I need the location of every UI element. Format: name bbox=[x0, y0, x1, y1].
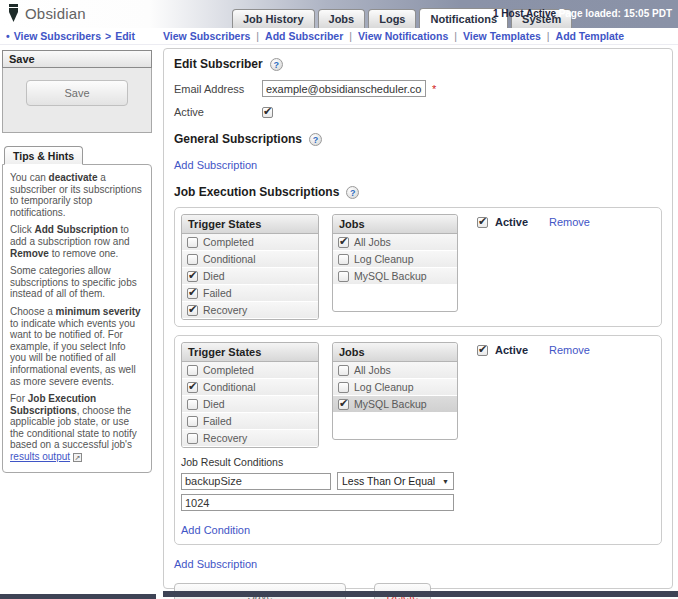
trigger-state-row[interactable]: Conditional bbox=[182, 251, 318, 268]
job-row[interactable]: All Jobs bbox=[333, 362, 457, 379]
tab-job-history[interactable]: Job History bbox=[232, 9, 315, 28]
trigger-state-row[interactable]: Died bbox=[182, 268, 318, 285]
checkbox[interactable] bbox=[187, 237, 198, 248]
logo-text: Obsidian bbox=[25, 5, 86, 22]
separator: | bbox=[547, 30, 550, 42]
job-row[interactable]: Log Cleanup bbox=[333, 251, 457, 268]
nav-row: •View Subscribers>Edit View Subscribers|… bbox=[0, 28, 678, 45]
sidebar-bottom-bar bbox=[0, 594, 156, 599]
subscription-active-checkbox[interactable] bbox=[477, 217, 488, 228]
active-row: Active bbox=[174, 106, 662, 118]
subnav-add-subscriber[interactable]: Add Subscriber bbox=[265, 30, 343, 42]
checkbox[interactable] bbox=[187, 382, 198, 393]
save-panel-title: Save bbox=[2, 50, 152, 68]
help-icon[interactable]: ? bbox=[346, 186, 359, 199]
checkbox[interactable] bbox=[187, 416, 198, 427]
job-row[interactable]: Log Cleanup bbox=[333, 379, 457, 396]
tip-paragraph: For Job Execution Subscriptions, choose … bbox=[10, 393, 144, 463]
subnav-add-template[interactable]: Add Template bbox=[556, 30, 625, 42]
row-label: Conditional bbox=[203, 381, 256, 393]
logo: Obsidian bbox=[7, 4, 86, 22]
subscription-active-label: Active bbox=[495, 344, 528, 356]
job-row[interactable]: All Jobs bbox=[333, 234, 457, 251]
trigger-state-row[interactable]: Recovery bbox=[182, 302, 318, 319]
trigger-states-header: Trigger States bbox=[182, 215, 318, 234]
breadcrumb-edit: Edit bbox=[115, 30, 135, 42]
checkbox[interactable] bbox=[187, 271, 198, 282]
subscription-box-1: Trigger States Completed Conditional Die… bbox=[174, 207, 662, 327]
breadcrumb-view-subscribers[interactable]: View Subscribers bbox=[14, 30, 101, 42]
tab-jobs[interactable]: Jobs bbox=[318, 9, 366, 28]
help-icon[interactable]: ? bbox=[270, 58, 283, 71]
condition-operator-select[interactable]: Less Than Or Equal ▼ bbox=[337, 472, 454, 490]
general-subscriptions-title-row: General Subscriptions ? bbox=[174, 132, 662, 146]
separator: | bbox=[454, 30, 457, 42]
checkbox[interactable] bbox=[187, 399, 198, 410]
job-row[interactable]: MySQL Backup bbox=[333, 396, 457, 413]
row-label: Log Cleanup bbox=[354, 253, 414, 265]
remove-subscription-link[interactable]: Remove bbox=[549, 216, 590, 228]
breadcrumb: •View Subscribers>Edit bbox=[6, 30, 135, 42]
active-label: Active bbox=[174, 106, 262, 118]
checkbox[interactable] bbox=[338, 237, 349, 248]
checkbox[interactable] bbox=[187, 305, 198, 316]
job-exec-subscriptions-title: Job Execution Subscriptions bbox=[174, 185, 339, 199]
checkbox[interactable] bbox=[338, 399, 349, 410]
subnav-view-notifications[interactable]: View Notifications bbox=[358, 30, 448, 42]
page-loaded-timestamp: Page loaded: 15:05 PDT bbox=[559, 8, 672, 19]
checkbox[interactable] bbox=[338, 254, 349, 265]
email-label: Email Address bbox=[174, 83, 262, 95]
sidebar-save-button[interactable]: Save bbox=[26, 80, 128, 106]
main-bottom-bar bbox=[163, 591, 678, 597]
obsidian-scheduler-app: Obsidian Job History Jobs Logs Notificat… bbox=[0, 0, 678, 599]
add-condition-link[interactable]: Add Condition bbox=[181, 524, 250, 536]
row-label: Failed bbox=[203, 415, 232, 427]
checkbox[interactable] bbox=[187, 288, 198, 299]
job-result-conditions-title: Job Result Conditions bbox=[181, 456, 655, 468]
email-input[interactable] bbox=[262, 80, 426, 97]
checkbox[interactable] bbox=[187, 365, 198, 376]
tip-paragraph: You can deactivate a subscriber or its s… bbox=[10, 172, 144, 218]
checkbox[interactable] bbox=[338, 365, 349, 376]
trigger-state-row[interactable]: Died bbox=[182, 396, 318, 413]
add-job-exec-subscription-link[interactable]: Add Subscription bbox=[174, 558, 257, 570]
row-label: Recovery bbox=[203, 304, 247, 316]
subnav-view-subscribers[interactable]: View Subscribers bbox=[163, 30, 250, 42]
row-label: Conditional bbox=[203, 253, 256, 265]
trigger-state-row[interactable]: Conditional bbox=[182, 379, 318, 396]
main-content-panel: Edit Subscriber ? Email Address * Active… bbox=[163, 48, 673, 589]
remove-subscription-link[interactable]: Remove bbox=[549, 344, 590, 356]
active-checkbox[interactable] bbox=[262, 107, 273, 118]
subnav-view-templates[interactable]: View Templates bbox=[463, 30, 541, 42]
separator: | bbox=[349, 30, 352, 42]
jobs-listbox: Jobs All Jobs Log Cleanup MySQL Backup bbox=[332, 214, 458, 312]
trigger-state-row[interactable]: Completed bbox=[182, 362, 318, 379]
add-general-subscription-link[interactable]: Add Subscription bbox=[174, 159, 257, 171]
external-link-icon: ↗ bbox=[73, 453, 82, 462]
job-row[interactable]: MySQL Backup bbox=[333, 268, 457, 285]
tips-panel: Tips & Hints You can deactivate a subscr… bbox=[2, 146, 152, 473]
trigger-state-row[interactable]: Failed bbox=[182, 413, 318, 430]
row-label: MySQL Backup bbox=[354, 270, 427, 282]
help-icon[interactable]: ? bbox=[309, 133, 322, 146]
trigger-states-listbox: Trigger States Completed Conditional Die… bbox=[181, 342, 319, 448]
tab-logs[interactable]: Logs bbox=[368, 9, 416, 28]
checkbox[interactable] bbox=[187, 254, 198, 265]
condition-value-input[interactable] bbox=[181, 494, 454, 511]
jobs-header: Jobs bbox=[333, 343, 457, 362]
results-output-link[interactable]: results output bbox=[10, 451, 70, 462]
breadcrumb-separator: > bbox=[105, 30, 111, 42]
row-label: Died bbox=[203, 398, 225, 410]
email-row: Email Address * bbox=[174, 80, 662, 97]
trigger-state-row[interactable]: Recovery bbox=[182, 430, 318, 447]
trigger-state-row[interactable]: Failed bbox=[182, 285, 318, 302]
condition-row: Less Than Or Equal ▼ bbox=[181, 472, 655, 490]
checkbox[interactable] bbox=[338, 382, 349, 393]
top-header: Obsidian Job History Jobs Logs Notificat… bbox=[0, 0, 678, 28]
checkbox[interactable] bbox=[338, 271, 349, 282]
checkbox[interactable] bbox=[187, 433, 198, 444]
condition-property-input[interactable] bbox=[181, 473, 331, 490]
trigger-state-row[interactable]: Completed bbox=[182, 234, 318, 251]
subscription-active-checkbox[interactable] bbox=[477, 345, 488, 356]
jobs-header: Jobs bbox=[333, 215, 457, 234]
